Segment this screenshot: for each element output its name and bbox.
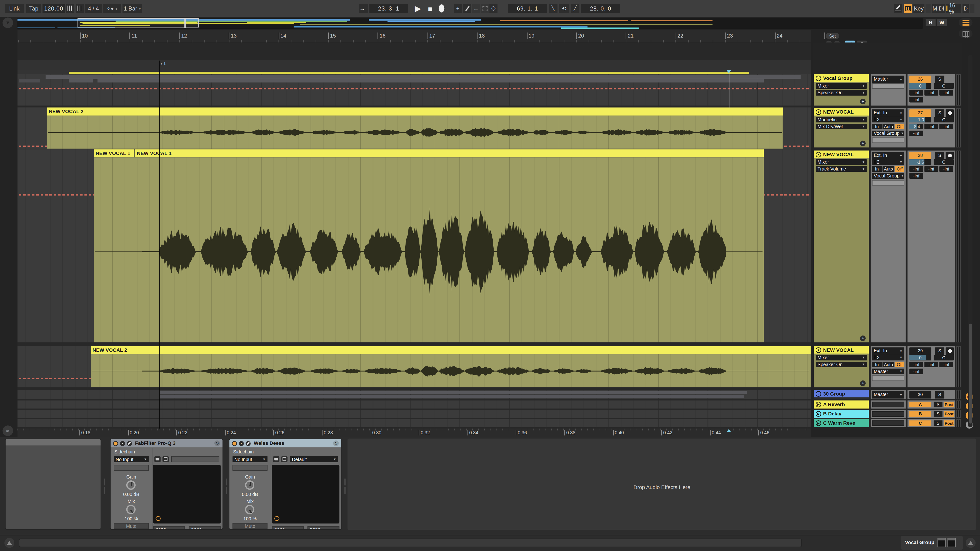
map-slot[interactable]: none <box>153 526 185 530</box>
io-empty-box[interactable] <box>872 402 904 408</box>
monitor-in-button[interactable]: In <box>872 124 882 129</box>
arm-button[interactable] <box>945 109 954 116</box>
monitor-auto-button[interactable]: Auto <box>882 166 894 172</box>
return-badge[interactable]: B <box>909 411 931 417</box>
gain-knob[interactable] <box>126 480 136 490</box>
clip-title-bar[interactable]: NEW VOCAL 1 <box>135 149 764 157</box>
io-empty-box[interactable] <box>872 411 904 417</box>
io-empty-box[interactable] <box>872 421 904 426</box>
vertical-scrollbar[interactable] <box>968 55 972 427</box>
solo-button[interactable]: S <box>934 421 943 426</box>
io-empty-box[interactable] <box>872 375 904 381</box>
send-box[interactable]: -inf <box>939 166 953 172</box>
device-edit-wrench-button[interactable] <box>246 441 251 446</box>
scrollbar-thumb[interactable] <box>969 324 972 424</box>
volume-box[interactable]: 0 <box>909 83 931 89</box>
send-box[interactable]: -inf <box>939 361 953 367</box>
plugin-panel[interactable] <box>272 465 339 524</box>
io-dropdown[interactable]: 2▼ <box>872 159 904 165</box>
post-button[interactable]: Post <box>943 411 954 417</box>
solo-button[interactable]: S <box>934 402 943 408</box>
clip-title-bar[interactable]: NEW VOCAL 1 <box>94 149 134 157</box>
device-insert-divider[interactable] <box>226 487 227 494</box>
preset-save-button[interactable] <box>162 456 169 462</box>
device-title-bar[interactable]: ▼FabFilter Pro-Q 3↻ <box>111 439 223 447</box>
io-empty-box[interactable] <box>872 179 904 185</box>
io-dropdown[interactable]: Ext. In▼ <box>872 109 904 116</box>
gain-knob[interactable] <box>245 480 255 490</box>
sidechain-input-dropdown[interactable]: No Input▼ <box>232 456 267 462</box>
transport-button-o[interactable]: O <box>489 4 497 13</box>
mix-knob[interactable] <box>126 505 136 514</box>
device-insert-divider[interactable] <box>226 478 227 486</box>
draw-mode-button[interactable] <box>480 4 489 13</box>
track-name-header[interactable]: ▶B Delay <box>814 410 869 418</box>
mute-button[interactable]: Mute <box>114 523 149 529</box>
send-box[interactable]: -inf <box>909 97 923 102</box>
io-dropdown[interactable]: Mixer▼ <box>816 83 867 89</box>
map-slot[interactable]: none <box>272 526 304 530</box>
solo-button[interactable]: S <box>935 347 944 354</box>
arm-button[interactable] <box>945 151 954 159</box>
clip-title-bar[interactable]: NEW VOCAL 2 <box>47 107 783 116</box>
device-hot-swap-button[interactable]: ↻ <box>215 440 220 446</box>
transport-button-midi[interactable]: MIDI <box>932 4 945 13</box>
bar-ruler[interactable]: 10111213141516171819202122232425 <box>18 30 811 42</box>
add-automation-lane-button[interactable]: + <box>860 335 865 341</box>
device-insert-divider[interactable] <box>104 478 105 486</box>
post-button[interactable]: Post <box>943 421 954 426</box>
volume-box[interactable]: -1.6 <box>909 159 931 165</box>
stop-button[interactable]: ■ <box>426 4 434 13</box>
track-name-header[interactable]: ▶A Reverb <box>814 400 869 408</box>
transport-button-d[interactable]: D <box>963 4 969 13</box>
loop-brace[interactable] <box>68 72 749 73</box>
track-number-arm[interactable]: 30 <box>909 391 931 398</box>
device-insert-divider[interactable] <box>344 487 345 494</box>
transport-display[interactable]: 69. 1. 1 <box>508 4 547 13</box>
metronome-button[interactable]: ○●▾ <box>103 4 121 13</box>
io-empty-box[interactable] <box>872 83 904 89</box>
transport-display[interactable]: 23. 3. 1 <box>369 4 408 13</box>
add-automation-lane-button[interactable]: + <box>860 99 865 105</box>
arm-button[interactable] <box>945 347 954 354</box>
send-box[interactable]: -8.4 <box>909 124 923 129</box>
io-dropdown[interactable]: Mixer▼ <box>816 354 867 360</box>
return-badge[interactable]: A <box>909 402 931 408</box>
computer-midi-keyboard-button[interactable] <box>904 4 912 13</box>
group-lane-clip-block[interactable] <box>46 75 801 78</box>
plugin-panel[interactable] <box>153 465 221 524</box>
track-number-arm[interactable]: 26 <box>909 75 931 83</box>
track-number-arm[interactable]: 28 <box>909 151 931 159</box>
sidechain-empty-box[interactable] <box>232 465 267 471</box>
plugin-unfold-ring[interactable] <box>156 516 161 521</box>
send-box[interactable]: -inf <box>909 90 923 95</box>
send-box[interactable]: -inf <box>909 361 923 367</box>
send-box[interactable]: -inf <box>909 368 923 374</box>
draw-pencil-button[interactable] <box>894 4 902 13</box>
io-dropdown[interactable]: Master▼ <box>872 391 904 398</box>
overview-w-zoom-button[interactable]: W <box>937 19 947 26</box>
back-to-arrangement-button[interactable]: ▼ <box>2 17 13 28</box>
send-box[interactable]: -inf <box>924 124 938 129</box>
track-number-arm[interactable]: 29 <box>909 347 931 354</box>
group-lane-clip-block[interactable] <box>98 79 764 82</box>
overview-view-rectangle[interactable] <box>78 18 199 27</box>
device-insert-divider[interactable] <box>104 487 105 494</box>
send-box[interactable]: -inf <box>924 90 938 95</box>
transport-spacer-button[interactable] <box>926 4 931 13</box>
monitor-off-button[interactable]: Off <box>895 166 904 172</box>
io-dropdown[interactable]: Ext. In▼ <box>872 347 904 354</box>
group-lane-clip-block[interactable] <box>68 79 93 82</box>
cpu-meter[interactable]: 16 % <box>946 4 961 13</box>
sidechain-input-dropdown[interactable]: No Input▼ <box>114 456 149 462</box>
add-automation-lane-button[interactable]: + <box>860 381 865 386</box>
map-slot[interactable]: none <box>307 526 339 530</box>
status-input-bar[interactable] <box>19 538 802 548</box>
io-dropdown[interactable]: Speaker On▼ <box>816 90 867 95</box>
preset-folder-button[interactable] <box>154 456 161 462</box>
session-mixer-toggle[interactable] <box>959 29 972 38</box>
monitor-off-button[interactable]: Off <box>895 124 904 129</box>
follow-button[interactable]: →·· <box>359 4 368 13</box>
nudge-button[interactable] <box>76 4 84 13</box>
track-name-header[interactable]: ▶C Warm Reve <box>814 419 869 427</box>
